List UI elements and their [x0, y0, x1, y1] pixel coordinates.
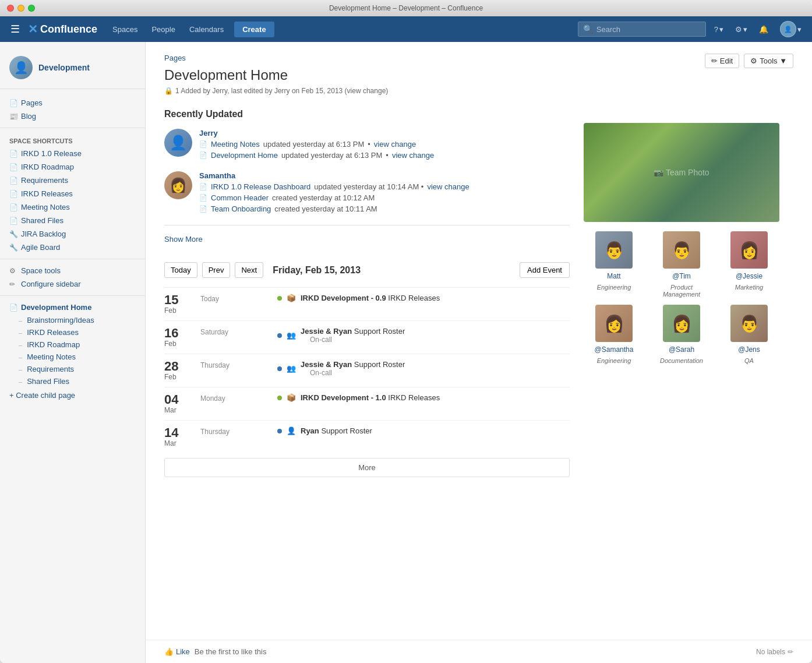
cal-event-roster-1-0: Support Roster: [354, 327, 405, 336]
samantha-page-link-1[interactable]: Common Header: [211, 193, 269, 202]
calendars-link[interactable]: Calendars: [183, 22, 230, 37]
more-events-button[interactable]: More: [164, 458, 570, 477]
app-window: Development Home – Development – Conflue…: [0, 0, 812, 663]
tree-item-0[interactable]: Brainstorming/Ideas: [5, 314, 145, 326]
shortcut-label-6: JIRA Backlog: [21, 230, 66, 238]
settings-button[interactable]: ⚙ ▾: [732, 23, 751, 36]
create-child-page[interactable]: + Create child page: [0, 387, 145, 403]
samantha-update-text-1: created yesterday at 10:12 AM: [272, 193, 375, 202]
tim-role: Product Management: [651, 284, 712, 298]
cal-event-icon-0-0: 📦: [287, 294, 296, 302]
cal-day-num-1: 16: [164, 327, 193, 340]
search-input[interactable]: [596, 25, 701, 34]
notification-button[interactable]: 🔔: [755, 23, 772, 36]
sidebar-shortcut-roadmap[interactable]: 📄 IRKD Roadmap: [0, 160, 145, 174]
jens-name[interactable]: @Jens: [738, 345, 760, 354]
samantha-view-change-0[interactable]: view change: [427, 182, 469, 191]
space-tools-item[interactable]: ⚙ Space tools: [0, 264, 145, 277]
sidebar-item-blog[interactable]: 📰 Blog: [0, 110, 145, 123]
sarah-name[interactable]: @Sarah: [669, 345, 694, 354]
breadcrumb[interactable]: Pages: [164, 54, 705, 62]
tools-gear-icon: ⚙: [750, 57, 757, 65]
tree-item-5[interactable]: Shared Files: [5, 375, 145, 387]
like-button[interactable]: 👍 Like: [164, 647, 190, 656]
samantha-page-link-2[interactable]: Team Onboarding: [211, 204, 271, 213]
sidebar-shortcut-meeting-notes[interactable]: 📄 Meeting Notes: [0, 200, 145, 214]
jens-avatar: 👨: [730, 305, 768, 342]
tim-name[interactable]: @Tim: [672, 272, 691, 280]
cal-event-text-0-0: IRKD Development - 0.9 IRKD Releases: [301, 294, 440, 302]
spaces-link[interactable]: Spaces: [107, 22, 143, 37]
jerry-update-0: 📄 Meeting Notes updated yesterday at 6:1…: [199, 140, 570, 149]
samantha-update-text-2: created yesterday at 10:11 AM: [274, 204, 377, 213]
cal-event-icon-1-0: 👥: [287, 331, 296, 340]
jerry-name[interactable]: Jerry: [199, 129, 570, 137]
tree-item-4[interactable]: Requirements: [5, 363, 145, 375]
doc-icon-1: 📄: [199, 151, 207, 159]
create-button[interactable]: Create: [234, 22, 274, 37]
shortcut-icon-1: 📄: [9, 163, 17, 171]
sidebar-item-pages[interactable]: 📄 Pages: [0, 96, 145, 110]
team-member-samantha: 👩 @Samantha Engineering: [584, 305, 644, 364]
edit-button[interactable]: ✏ Edit: [705, 54, 739, 68]
samantha-avatar-icon: 👩: [170, 177, 187, 193]
sidebar-shortcut-requirements[interactable]: 📄 Requirements: [0, 174, 145, 187]
tree-item-1[interactable]: IRKD Releases: [5, 326, 145, 338]
confluence-logo[interactable]: ✕ Confluence: [28, 22, 97, 36]
recently-updated-title: Recently Updated: [164, 109, 570, 119]
samantha-team-name[interactable]: @Samantha: [595, 345, 634, 354]
people-link[interactable]: People: [146, 22, 181, 37]
cal-event-roster-2-0: Support Roster: [354, 360, 405, 369]
help-icon: ?: [714, 25, 718, 34]
shortcut-label-3: IRKD Releases: [21, 189, 73, 198]
cal-event-text-4-0: Ryan Support Roster: [301, 426, 372, 435]
jerry-avatar-icon: 👤: [170, 135, 187, 151]
cal-events-4: 👤 Ryan Support Roster: [277, 426, 570, 439]
sidebar-shortcut-releases[interactable]: 📄 IRKD Releases: [0, 187, 145, 200]
today-button[interactable]: Today: [164, 262, 197, 278]
jerry-view-change-0[interactable]: view change: [374, 140, 416, 149]
jerry-page-link-1[interactable]: Development Home: [211, 151, 278, 160]
sidebar-shortcut-shared-files[interactable]: 📄 Shared Files: [0, 214, 145, 227]
sidebar-shortcut-jira[interactable]: 🔧 JIRA Backlog: [0, 227, 145, 241]
team-member-tim: 👨 @Tim Product Management: [651, 231, 712, 298]
no-labels[interactable]: No labels ✏: [756, 648, 793, 656]
add-event-button[interactable]: Add Event: [520, 262, 570, 278]
jerry-view-change-1[interactable]: view change: [392, 151, 434, 160]
configure-sidebar-item[interactable]: ✏ Configure sidebar: [0, 277, 145, 291]
minimize-button[interactable]: [17, 5, 24, 12]
help-button[interactable]: ? ▾: [711, 23, 727, 36]
samantha-page-link-0[interactable]: IRKD 1.0 Release Dashboard: [211, 182, 310, 191]
search-box[interactable]: 🔍: [578, 22, 706, 37]
space-tools-label: Space tools: [21, 266, 61, 275]
notification-icon: 🔔: [759, 25, 768, 34]
samantha-name[interactable]: Samantha: [199, 171, 570, 180]
sidebar-shortcut-irkd10[interactable]: 📄 IRKD 1.0 Release: [0, 147, 145, 160]
tree-item-3[interactable]: Meeting Notes: [5, 351, 145, 363]
sarah-role: Documentation: [660, 357, 703, 364]
show-more-link[interactable]: Show More: [164, 235, 570, 244]
user-menu[interactable]: 👤 ▾: [776, 19, 805, 40]
next-button[interactable]: Next: [235, 262, 263, 278]
maximize-button[interactable]: [28, 5, 35, 12]
sarah-avatar: 👩: [663, 305, 700, 342]
tools-button[interactable]: ⚙ Tools ▼: [744, 54, 793, 68]
hamburger-menu[interactable]: ☰: [7, 20, 23, 38]
matt-name[interactable]: Matt: [607, 272, 620, 280]
cal-day-label-1: Saturday: [200, 327, 270, 336]
cal-date-2: 28 Feb: [164, 360, 193, 381]
calendar-header: Today Prev Next Friday, Feb 15, 2013 Add…: [164, 262, 570, 278]
no-labels-text: No labels: [756, 648, 785, 656]
space-name[interactable]: Development: [38, 63, 90, 72]
jessie-name[interactable]: @Jessie: [736, 272, 762, 280]
configure-icon: ✏: [9, 280, 17, 288]
sidebar-tree-root[interactable]: 📄 Development Home: [0, 301, 145, 314]
jerry-page-link-0[interactable]: Meeting Notes: [211, 140, 260, 149]
jessie-avatar: 👩: [730, 231, 768, 269]
recently-updated-divider: [164, 225, 570, 225]
tree-item-2[interactable]: IRKD Roadmap: [5, 338, 145, 351]
cal-day-label-4: Thursday: [200, 426, 270, 436]
sidebar-shortcut-agile[interactable]: 🔧 Agile Board: [0, 241, 145, 254]
prev-button[interactable]: Prev: [202, 262, 231, 278]
close-button[interactable]: [7, 5, 14, 12]
